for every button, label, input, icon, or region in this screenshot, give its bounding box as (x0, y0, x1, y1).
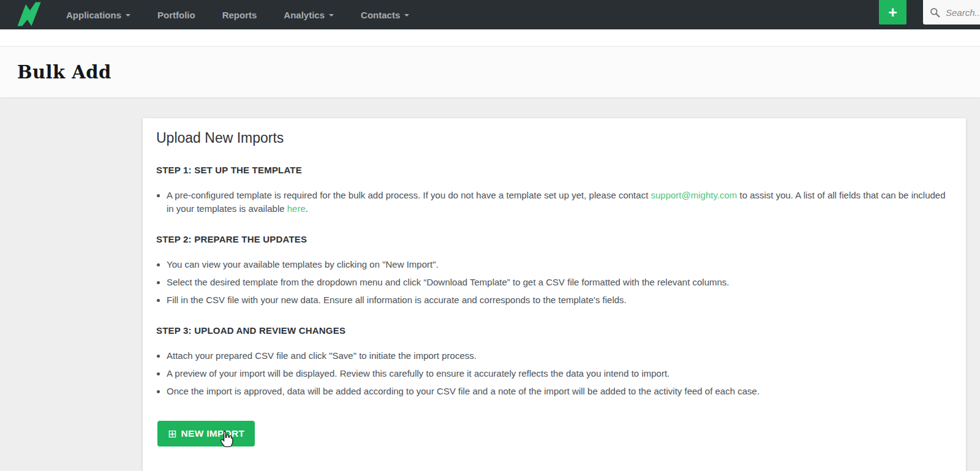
bullet-text: . (306, 203, 308, 214)
step-2-heading: STEP 2: PREPARE THE UPDATES (156, 234, 950, 244)
step-2-list: You can view your available templates by… (156, 258, 950, 307)
sub-navbar-strip (0, 29, 980, 47)
bullet-text: A pre-configured template is required fo… (167, 190, 650, 200)
search-box[interactable] (923, 0, 980, 24)
nav-item-label: Analytics (284, 10, 325, 20)
list-item: You can view your available templates by… (167, 258, 950, 271)
chevron-down-icon (329, 14, 334, 17)
page-title: Bulk Add (17, 62, 111, 83)
nav-menu: Applications Portfolio Reports Analytics… (66, 10, 409, 20)
nav-item-contacts[interactable]: Contacts (361, 10, 409, 20)
here-link[interactable]: here (287, 203, 306, 214)
nav-item-analytics[interactable]: Analytics (284, 10, 334, 20)
step-3-list: Attach your prepared CSV file and click … (156, 349, 950, 398)
search-input[interactable] (944, 7, 980, 18)
navbar-right-group: + (879, 0, 980, 29)
step-1-heading: STEP 1: SET UP THE TEMPLATE (156, 165, 950, 175)
mighty-bolt-logo-icon (16, 0, 43, 28)
nav-item-applications[interactable]: Applications (66, 10, 130, 20)
new-import-button-label: NEW IMPORT (181, 428, 245, 439)
nav-item-label: Reports (222, 10, 257, 20)
mighty-logo[interactable] (16, 0, 43, 28)
nav-item-label: Portfolio (157, 10, 195, 20)
list-item: Attach your prepared CSV file and click … (167, 349, 950, 363)
nav-item-portfolio[interactable]: Portfolio (157, 10, 195, 20)
chevron-down-icon (126, 14, 130, 17)
upload-imports-card: Upload New Imports STEP 1: SET UP THE TE… (143, 118, 966, 471)
step-1-list: A pre-configured template is required fo… (156, 189, 950, 216)
nav-item-label: Contacts (361, 10, 400, 20)
chevron-down-icon (404, 14, 409, 17)
add-new-button[interactable]: + (879, 0, 907, 24)
new-import-button[interactable]: ⊞ NEW IMPORT (157, 421, 255, 447)
list-item: Once the import is approved, data will b… (167, 385, 950, 398)
list-item: Fill in the CSV file with your new data.… (167, 293, 950, 307)
main-content: Upload New Imports STEP 1: SET UP THE TE… (0, 98, 980, 471)
step-3-heading: STEP 3: UPLOAD AND REVIEW CHANGES (156, 325, 950, 336)
top-navbar: Applications Portfolio Reports Analytics… (0, 0, 980, 29)
plus-square-icon: ⊞ (168, 429, 177, 439)
nav-item-label: Applications (66, 10, 121, 20)
list-item: A pre-configured template is required fo… (167, 189, 950, 216)
search-icon (930, 7, 940, 18)
nav-item-reports[interactable]: Reports (222, 10, 257, 20)
support-email-link[interactable]: support@mighty.com (650, 190, 737, 200)
list-item: Select the desired template from the dro… (167, 276, 950, 289)
page-header: Bulk Add (0, 47, 980, 98)
card-title: Upload New Imports (156, 130, 950, 146)
list-item: A preview of your import will be display… (167, 367, 950, 380)
